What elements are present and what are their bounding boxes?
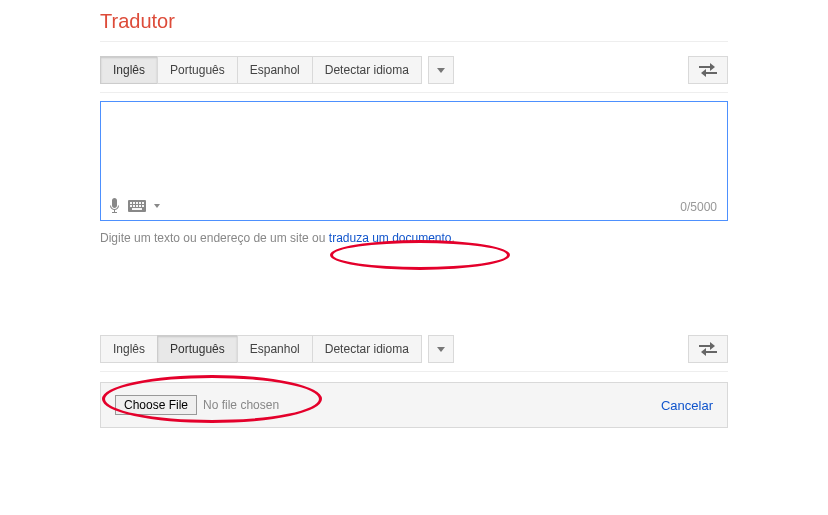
- chevron-down-icon: [437, 347, 445, 352]
- help-text: Digite um texto ou endereço de um site o…: [100, 231, 728, 245]
- file-upload-panel: Inglês Português Espanhol Detectar idiom…: [100, 335, 728, 428]
- help-prefix: Digite um texto ou endereço de um site o…: [100, 231, 329, 245]
- language-tabs: Inglês Português Espanhol Detectar idiom…: [100, 56, 728, 93]
- lang-dropdown[interactable]: [428, 56, 454, 84]
- translate-document-link[interactable]: traduza um documento: [329, 231, 452, 245]
- lang-tab-detect-2[interactable]: Detectar idioma: [312, 335, 422, 363]
- svg-rect-7: [133, 205, 135, 207]
- no-file-label: No file chosen: [203, 398, 279, 412]
- source-textarea[interactable]: 0/5000: [100, 101, 728, 221]
- lang-tab-detect[interactable]: Detectar idioma: [312, 56, 422, 84]
- svg-rect-6: [130, 205, 132, 207]
- microphone-icon[interactable]: [109, 198, 120, 214]
- page-title: Tradutor: [100, 10, 828, 33]
- language-tabs-2: Inglês Português Espanhol Detectar idiom…: [100, 335, 728, 372]
- lang-tab-ingles-2[interactable]: Inglês: [100, 335, 157, 363]
- svg-rect-5: [142, 202, 144, 204]
- svg-rect-3: [136, 202, 138, 204]
- file-upload-row: Choose File No file chosen Cancelar: [100, 382, 728, 428]
- lang-tab-espanhol-2[interactable]: Espanhol: [237, 335, 312, 363]
- cancel-link[interactable]: Cancelar: [661, 398, 713, 413]
- lang-tab-portugues-2[interactable]: Português: [157, 335, 237, 363]
- char-counter: 0/5000: [680, 200, 717, 214]
- lang-dropdown-2[interactable]: [428, 335, 454, 363]
- svg-rect-4: [139, 202, 141, 204]
- lang-tab-espanhol[interactable]: Espanhol: [237, 56, 312, 84]
- keyboard-dropdown-icon[interactable]: [154, 204, 160, 208]
- divider: [100, 41, 728, 42]
- chevron-down-icon: [437, 68, 445, 73]
- svg-rect-11: [132, 208, 142, 210]
- svg-rect-1: [130, 202, 132, 204]
- lang-tab-portugues[interactable]: Português: [157, 56, 237, 84]
- swap-languages-button[interactable]: [688, 56, 728, 84]
- choose-file-button[interactable]: Choose File: [115, 395, 197, 415]
- svg-rect-9: [139, 205, 141, 207]
- swap-icon: [699, 342, 717, 356]
- keyboard-icon[interactable]: [128, 200, 146, 212]
- svg-rect-8: [136, 205, 138, 207]
- help-suffix: .: [452, 231, 455, 245]
- swap-languages-button-2[interactable]: [688, 335, 728, 363]
- svg-rect-10: [142, 205, 144, 207]
- swap-icon: [699, 63, 717, 77]
- input-tools: [109, 198, 160, 214]
- source-panel: Inglês Português Espanhol Detectar idiom…: [100, 56, 728, 245]
- svg-rect-2: [133, 202, 135, 204]
- lang-tab-ingles[interactable]: Inglês: [100, 56, 157, 84]
